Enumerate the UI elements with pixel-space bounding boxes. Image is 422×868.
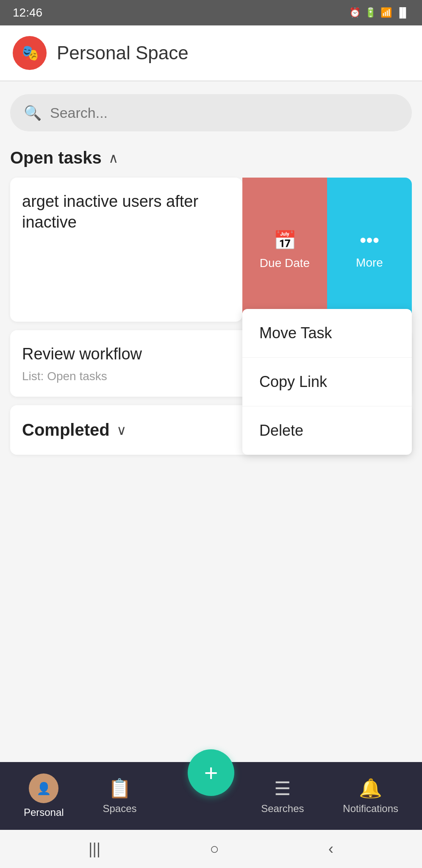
android-back-btn[interactable]: ‹ [328,840,333,858]
search-bar[interactable]: 🔍 [10,94,412,131]
fab-button[interactable]: + [188,749,234,796]
open-tasks-title: Open tasks [10,148,102,167]
app-logo: 🎭 [13,36,47,70]
battery-icon: 🔋 [365,7,376,18]
nav-spaces[interactable]: 📋 Spaces [103,777,136,815]
wifi-icon: 📶 [380,7,392,18]
open-tasks-header: Open tasks ∧ [10,148,412,167]
nav-notifications[interactable]: 🔔 Notifications [343,777,398,815]
status-bar: 12:46 ⏰ 🔋 📶 ▐▌ [0,0,422,25]
signal-icon: ▐▌ [396,7,409,18]
completed-title: Completed [22,420,110,440]
spaces-icon: 📋 [108,777,131,799]
swipe-actions: 📅 Due Date ••• More [242,178,412,322]
nav-searches[interactable]: ☰ Searches [261,778,304,815]
page-title: Personal Space [57,42,189,64]
status-time: 12:46 [13,6,42,19]
delete-item[interactable]: Delete [242,406,412,455]
nav-notifications-label: Notifications [343,803,398,815]
first-task-card[interactable]: arget inactive users after inactive [10,178,242,322]
logo-icon: 🎭 [20,44,39,62]
header: 🎭 Personal Space [0,25,422,81]
copy-link-item[interactable]: Copy Link [242,358,412,406]
status-icons: ⏰ 🔋 📶 ▐▌ [349,7,409,18]
more-button[interactable]: ••• More [327,178,412,322]
calendar-icon: 📅 [273,229,297,251]
completed-chevron[interactable]: ∨ [117,422,126,438]
first-task-text: arget inactive users after inactive [22,191,230,233]
android-home-btn[interactable]: ○ [210,840,219,858]
move-task-item[interactable]: Move Task [242,309,412,358]
search-input[interactable] [50,105,398,121]
main-content: 🔍 Open tasks ∧ arget inactive users afte… [0,81,422,609]
android-recents-btn[interactable]: ||| [89,840,100,858]
add-icon: + [204,759,218,787]
context-menu: Move Task Copy Link Delete [242,309,412,455]
more-icon: ••• [360,230,379,251]
search-icon: 🔍 [24,104,42,121]
nav-searches-label: Searches [261,803,304,815]
bottom-nav: 👤 Personal 📋 Spaces + ☰ Searches 🔔 Notif… [0,762,422,830]
tasks-area: arget inactive users after inactive 📅 Du… [10,178,412,455]
due-date-button[interactable]: 📅 Due Date [242,178,327,322]
open-tasks-chevron[interactable]: ∧ [108,150,118,166]
nav-personal[interactable]: 👤 Personal [24,773,64,818]
notifications-icon: 🔔 [359,777,382,799]
personal-avatar: 👤 [29,773,58,803]
alarm-icon: ⏰ [349,7,361,18]
nav-personal-label: Personal [24,807,64,818]
more-label: More [356,256,383,270]
first-task-container: arget inactive users after inactive 📅 Du… [10,178,412,322]
android-nav: ||| ○ ‹ [0,830,422,868]
nav-spaces-label: Spaces [103,803,136,815]
due-date-label: Due Date [260,256,310,270]
searches-icon: ☰ [274,778,291,799]
